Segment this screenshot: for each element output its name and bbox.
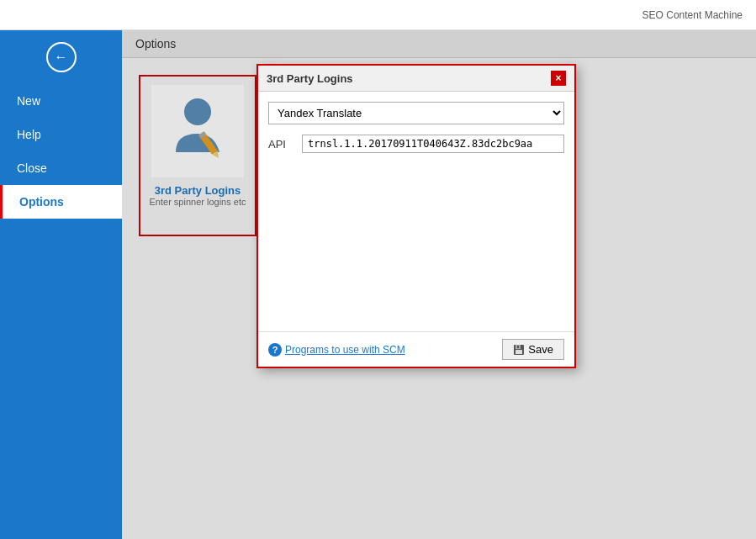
modal-close-button[interactable]: × <box>551 71 566 86</box>
title-bar: SEO Content Machine <box>0 0 756 30</box>
save-button[interactable]: Save <box>502 339 564 360</box>
svg-rect-34 <box>517 346 519 348</box>
sidebar-item-help[interactable]: Help <box>0 118 122 151</box>
modal-titlebar: 3rd Party Logins × <box>258 66 574 92</box>
save-icon <box>513 344 525 356</box>
sidebar-item-options[interactable]: Options <box>0 185 122 219</box>
sidebar: ← New Help Close Options <box>0 30 122 539</box>
back-button[interactable]: ← <box>0 30 122 84</box>
back-arrow-icon: ← <box>46 42 77 72</box>
svg-rect-33 <box>515 350 522 354</box>
modal-body: Yandex Translate Google Translate Bing T… <box>258 92 574 331</box>
main-layout: ← New Help Close Options Options <box>0 30 756 539</box>
service-dropdown-row: Yandex Translate Google Translate Bing T… <box>268 102 564 124</box>
modal-dialog: 3rd Party Logins × Yandex Translate Goog… <box>256 64 576 368</box>
app-title: SEO Content Machine <box>642 9 743 21</box>
sidebar-item-new[interactable]: New <box>0 84 122 118</box>
modal-overlay: 3rd Party Logins × Yandex Translate Goog… <box>122 30 756 539</box>
help-link[interactable]: ? Programs to use with SCM <box>268 343 405 357</box>
sidebar-item-close[interactable]: Close <box>0 151 122 185</box>
api-row: API <box>268 135 564 153</box>
api-input[interactable] <box>302 135 564 153</box>
modal-footer: ? Programs to use with SCM Save <box>258 331 574 367</box>
modal-spacer <box>268 153 564 321</box>
api-label: API <box>268 138 293 151</box>
modal-title: 3rd Party Logins <box>267 72 353 85</box>
service-dropdown[interactable]: Yandex Translate Google Translate Bing T… <box>268 102 564 124</box>
help-icon: ? <box>268 343 282 357</box>
content-area: Options <box>122 30 756 539</box>
